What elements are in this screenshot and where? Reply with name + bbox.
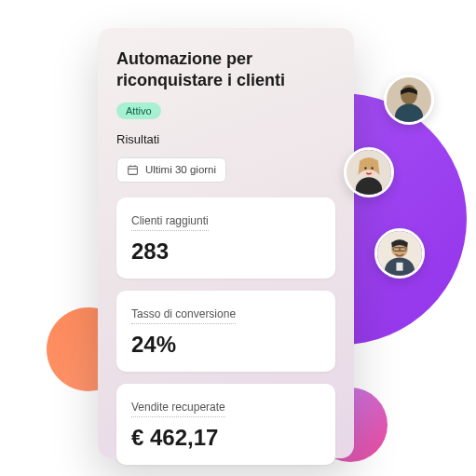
svg-rect-0 [129, 166, 138, 174]
status-badge: Attivo [116, 102, 161, 119]
svg-point-11 [371, 167, 373, 170]
avatar [344, 147, 394, 197]
stat-value: € 462,17 [131, 425, 320, 451]
stat-value: 24% [131, 332, 320, 358]
stat-card-conversion: Tasso di conversione 24% [116, 291, 335, 372]
results-label: Risultati [116, 132, 335, 146]
avatar [374, 228, 425, 279]
date-range-label: Ultimi 30 giorni [145, 164, 216, 175]
stat-card-sales: Vendite recuperate € 462,17 [116, 384, 335, 465]
stat-label[interactable]: Vendite recuperate [131, 401, 225, 417]
automation-results-card: Automazione per riconquistare i clienti … [98, 28, 354, 458]
svg-rect-15 [396, 263, 402, 271]
stat-label[interactable]: Clienti raggiunti [131, 214, 209, 231]
avatar [384, 75, 434, 125]
card-title: Automazione per riconquistare i clienti [116, 48, 335, 92]
svg-point-10 [364, 167, 366, 170]
stat-value: 283 [131, 238, 320, 265]
stat-label[interactable]: Tasso di conversione [131, 307, 236, 324]
calendar-icon [127, 164, 139, 176]
stat-card-reached: Clienti raggiunti 283 [116, 197, 335, 279]
date-range-picker[interactable]: Ultimi 30 giorni [116, 157, 226, 183]
